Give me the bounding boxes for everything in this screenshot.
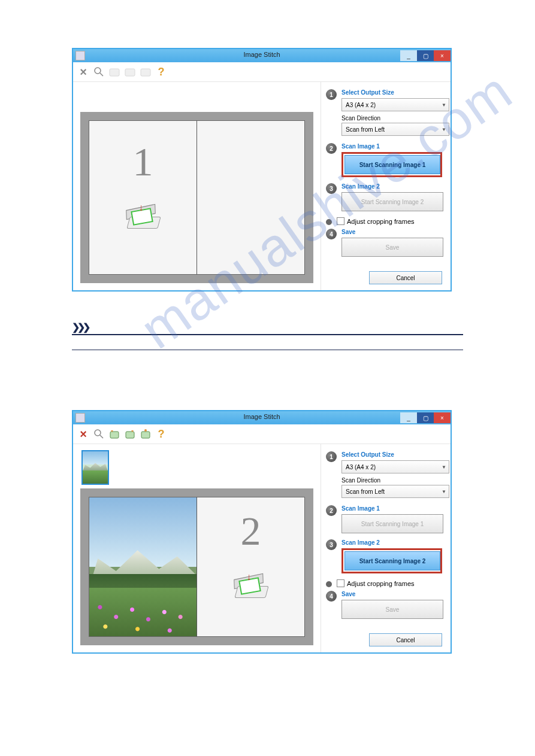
app-icon [75, 51, 85, 60]
delete-icon[interactable]: × [77, 427, 90, 441]
thumbnail-image-1[interactable] [81, 450, 109, 485]
preview-column: 1 ↓ [73, 82, 321, 290]
window-title: Image Stitch [243, 51, 280, 58]
window-title: Image Stitch [243, 413, 280, 420]
titlebar: Image Stitch _ ▢ × [73, 49, 451, 62]
side-panel: 1 Select Output Size A3 (A4 x 2) ▼ Scan … [321, 444, 451, 652]
titlebar: Image Stitch _ ▢ × [73, 411, 451, 424]
window-controls: _ ▢ × [400, 412, 451, 423]
preview-page-2 [197, 120, 305, 275]
scanner-icon: ↓ [122, 204, 164, 233]
output-size-value: A3 (A4 x 2) [346, 102, 376, 108]
start-scan-1-button[interactable]: Start Scanning Image 1 [344, 155, 440, 174]
scan-direction-select[interactable]: Scan from Left ▼ [341, 485, 449, 498]
scanner-icon: ↓ [230, 573, 272, 603]
save-button[interactable]: Save [341, 600, 443, 619]
help-icon[interactable]: ? [155, 65, 168, 78]
close-button[interactable]: × [434, 50, 451, 61]
zoom-icon[interactable] [92, 65, 105, 78]
start-scan-1-button[interactable]: Start Scanning Image 1 [341, 514, 443, 533]
svg-rect-7 [110, 432, 119, 438]
rotate-left-icon[interactable] [108, 427, 121, 441]
thumbnail-2-icon[interactable] [123, 65, 137, 78]
cancel-button[interactable]: Cancel [369, 271, 442, 284]
cancel-button[interactable]: Cancel [369, 633, 442, 646]
chevron-down-icon: ▼ [442, 127, 446, 132]
note-arrows-icon: ❯❯❯ [72, 321, 463, 333]
svg-point-0 [95, 68, 101, 74]
zoom-icon[interactable] [92, 427, 105, 441]
rotate-right-icon[interactable] [123, 427, 137, 441]
step-badge-4: 4 [326, 591, 337, 602]
preview-pane: 1 ↓ [80, 112, 313, 283]
chevron-down-icon: ▼ [442, 489, 446, 494]
step-dot [326, 581, 332, 587]
scan-direction-select[interactable]: Scan from Left ▼ [341, 123, 449, 136]
adjust-crop-label: Adjust cropping frames [347, 580, 415, 587]
minimize-button[interactable]: _ [400, 412, 417, 423]
thumbnail-3-icon[interactable] [139, 65, 152, 78]
window-controls: _ ▢ × [400, 50, 451, 61]
step-badge-3: 3 [326, 539, 337, 550]
minimize-button[interactable]: _ [400, 50, 417, 61]
svg-line-6 [100, 435, 103, 438]
maximize-button[interactable]: ▢ [417, 412, 434, 423]
svg-line-1 [100, 73, 103, 76]
preview-pane: 2 ↓ [80, 488, 313, 645]
step1-title: Select Output Size [341, 89, 442, 96]
scan-direction-value: Scan from Left [346, 488, 385, 495]
step-badge-1: 1 [326, 451, 337, 462]
note-section: ❯❯❯ [72, 321, 463, 350]
svg-rect-9 [141, 432, 150, 438]
step1-title: Select Output Size [341, 451, 442, 458]
preview-page-1: 1 ↓ [89, 120, 197, 275]
adjust-crop-checkbox[interactable] [337, 579, 344, 587]
page-number-2: 2 [241, 508, 261, 555]
svg-point-5 [95, 430, 101, 436]
save-button[interactable]: Save [341, 238, 443, 257]
step4-title: Save [341, 229, 442, 235]
preview-page-2: 2 ↓ [197, 497, 305, 637]
step3-title: Scan Image 2 [341, 183, 442, 190]
step-badge-4: 4 [326, 229, 337, 239]
toolbar: × ? [73, 62, 451, 82]
scan-direction-value: Scan from Left [346, 126, 385, 133]
step4-title: Save [341, 591, 442, 597]
svg-rect-3 [125, 69, 135, 76]
output-size-select[interactable]: A3 (A4 x 2) ▼ [341, 98, 449, 111]
maximize-button[interactable]: ▢ [417, 50, 434, 61]
svg-point-10 [144, 429, 147, 432]
step-badge-1: 1 [326, 89, 337, 100]
chevron-down-icon: ▼ [442, 102, 446, 108]
scan-direction-label: Scan Direction [341, 115, 442, 122]
start-scan-2-button[interactable]: Start Scanning Image 2 [344, 551, 440, 570]
output-size-value: A3 (A4 x 2) [346, 464, 376, 470]
side-panel: 1 Select Output Size A3 (A4 x 2) ▼ Scan … [321, 82, 451, 290]
step-dot [326, 219, 332, 225]
step3-title: Scan Image 2 [341, 539, 442, 546]
highlight-box: Start Scanning Image 2 [341, 548, 442, 573]
start-scan-2-button[interactable]: Start Scanning Image 2 [341, 192, 443, 211]
adjust-crop-checkbox[interactable] [337, 217, 344, 225]
delete-icon[interactable]: × [77, 65, 90, 78]
scan-direction-label: Scan Direction [341, 477, 442, 484]
output-size-select[interactable]: A3 (A4 x 2) ▼ [341, 460, 449, 473]
close-button[interactable]: × [434, 412, 451, 423]
toolbar: × ? [73, 424, 451, 444]
highlight-box: Start Scanning Image 1 [341, 152, 442, 177]
preview-column: 2 ↓ [73, 444, 321, 652]
svg-rect-4 [141, 69, 150, 76]
step-badge-2: 2 [326, 143, 337, 154]
image-stitch-dialog-1: Image Stitch _ ▢ × × ? 1 [72, 48, 452, 292]
page-number-1: 1 [133, 138, 153, 186]
thumbnail-1-icon[interactable] [108, 65, 121, 78]
help-icon[interactable]: ? [155, 427, 168, 441]
rotate-180-icon[interactable] [139, 427, 152, 441]
adjust-crop-label: Adjust cropping frames [347, 218, 415, 225]
step2-title: Scan Image 1 [341, 143, 442, 150]
thumbnail-strip [80, 450, 313, 485]
app-icon [75, 413, 85, 423]
step-badge-2: 2 [326, 505, 337, 516]
svg-rect-8 [126, 432, 134, 438]
step-badge-3: 3 [326, 183, 337, 194]
